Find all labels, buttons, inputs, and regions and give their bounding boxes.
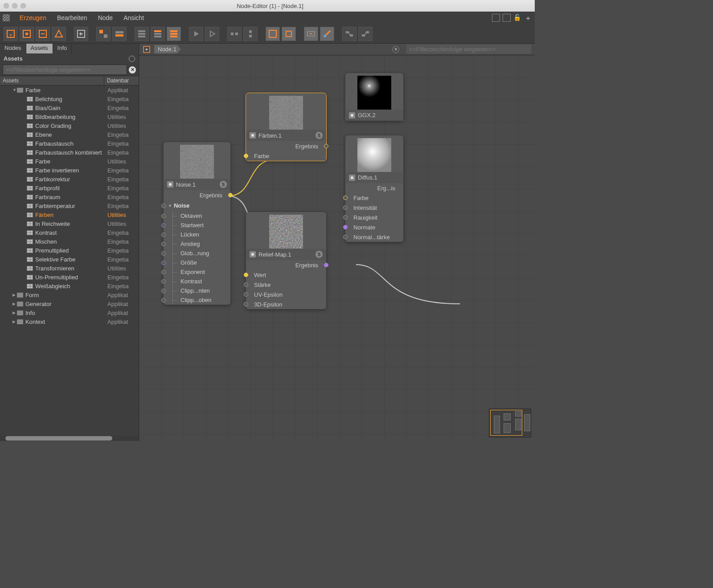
menu-node[interactable]: Node — [93, 14, 118, 21]
tool-misc-2[interactable] — [358, 27, 373, 41]
port-in-farbe[interactable] — [343, 196, 348, 200]
tree-row[interactable]: BelichtungEingeba — [0, 94, 139, 103]
tree-row[interactable]: FarbkorrekturEingeba — [0, 175, 139, 184]
port-in[interactable] — [161, 233, 166, 237]
tool-frame-2[interactable] — [282, 27, 296, 41]
port-in-farbe[interactable] — [244, 154, 248, 158]
port-in[interactable] — [161, 270, 166, 274]
col-assets[interactable]: Assets — [0, 76, 104, 85]
tool-snap-1[interactable] — [304, 27, 318, 41]
tool-new-2[interactable] — [20, 27, 34, 41]
solo-badge-icon[interactable]: S — [316, 251, 323, 258]
filter-input[interactable] — [3, 65, 127, 75]
tab-nodes[interactable]: Nodes — [0, 44, 26, 53]
clear-filter-icon[interactable]: ✕ — [129, 66, 136, 74]
tree-row[interactable]: ▼FarbeApplikat — [0, 86, 139, 94]
tool-frame-1[interactable] — [266, 27, 280, 41]
breadcrumb-node[interactable]: Node.1 — [154, 45, 181, 53]
tree-row[interactable]: MischenEingeba — [0, 237, 139, 246]
port-in-section[interactable] — [161, 204, 166, 208]
asset-tree[interactable]: ▼FarbeApplikatBelichtungEingebaBias/Gain… — [0, 86, 139, 436]
port-in-rauh[interactable] — [343, 215, 348, 220]
tree-row[interactable]: TransformierenUtilities — [0, 264, 139, 273]
tree-row[interactable]: Color GradingUtilities — [0, 121, 139, 130]
tree-row[interactable]: Un-PremultipliedEingeba — [0, 273, 139, 282]
menu-ansicht[interactable]: Ansicht — [118, 14, 149, 21]
add-icon[interactable]: ＋ — [524, 14, 532, 22]
tree-row[interactable]: Farbaustausch kombiniertEingeba — [0, 148, 139, 157]
tree-row[interactable]: WeißabgleichEingeba — [0, 282, 139, 290]
node-viewport[interactable]: Noise.1 S Ergebnis ▼Noise OktavenStartwe… — [139, 55, 535, 441]
port-in[interactable] — [161, 242, 166, 246]
port-in-normstaerke[interactable] — [343, 235, 348, 239]
close-dot[interactable] — [4, 3, 9, 8]
tree-row[interactable]: FarbeUtilities — [0, 157, 139, 166]
solo-badge-icon[interactable]: S — [316, 132, 323, 139]
canvas-filter-input[interactable] — [406, 45, 531, 54]
tree-row[interactable]: Selektive FarbeEingeba — [0, 255, 139, 264]
tool-snap-2[interactable] — [320, 27, 334, 41]
tree-row[interactable]: ▶FormApplikat — [0, 290, 139, 299]
port-out[interactable] — [324, 144, 328, 148]
layout-icon-2[interactable] — [503, 14, 511, 22]
port-out[interactable] — [324, 263, 328, 267]
tool-new-3[interactable] — [36, 27, 50, 41]
port-in[interactable] — [161, 214, 166, 218]
tab-assets[interactable]: Assets — [26, 44, 53, 53]
tree-row[interactable]: FarbprofilEingeba — [0, 184, 139, 192]
port-in[interactable] — [161, 279, 166, 284]
breadcrumb-root-icon[interactable] — [143, 45, 151, 53]
port-in[interactable] — [161, 261, 166, 265]
port-in-intens[interactable] — [343, 205, 348, 210]
tree-row[interactable]: ▶KontextApplikat — [0, 317, 139, 326]
tree-row[interactable]: In ReichweiteUtilities — [0, 219, 139, 228]
port-in[interactable] — [161, 289, 166, 293]
tool-group-2[interactable] — [112, 27, 127, 41]
tree-row[interactable]: ▶GeneratorApplikat — [0, 299, 139, 308]
tree-row[interactable]: FarbtemperaturEingeba — [0, 201, 139, 210]
tree-row[interactable]: EbeneEingeba — [0, 130, 139, 139]
tree-row[interactable]: PremultipliedEingeba — [0, 246, 139, 255]
clear-breadcrumb-icon[interactable]: ✕ — [392, 46, 399, 53]
tree-row[interactable]: KontrastEingeba — [0, 228, 139, 237]
tree-row[interactable]: BildbearbeitungUtilities — [0, 112, 139, 121]
port-in-staerke[interactable] — [244, 282, 248, 287]
tool-new-1[interactable]: + — [4, 27, 18, 41]
tool-import[interactable] — [74, 27, 88, 41]
solo-badge-icon[interactable]: S — [220, 181, 227, 188]
tool-play-1[interactable] — [189, 27, 203, 41]
node-noise[interactable]: Noise.1 S Ergebnis ▼Noise OktavenStartwe… — [164, 142, 230, 305]
node-relief[interactable]: Relief-Map.1 S Ergebnis Wert Stärke UV-E… — [246, 212, 326, 309]
tree-row[interactable]: Bias/GainEingeba — [0, 103, 139, 112]
layout-icon-1[interactable] — [492, 14, 500, 22]
port-in[interactable] — [161, 251, 166, 256]
tab-info[interactable]: Info — [53, 44, 72, 53]
h-scrollbar[interactable] — [0, 436, 139, 441]
port-in[interactable] — [161, 298, 166, 302]
port-in[interactable] — [161, 223, 166, 228]
tool-align-2[interactable] — [243, 27, 258, 41]
tool-align-1[interactable] — [227, 27, 242, 41]
tool-new-4[interactable] — [52, 27, 66, 41]
port-out[interactable] — [228, 193, 233, 197]
menu-erzeugen[interactable]: Erzeugen — [14, 14, 52, 21]
node-ggx[interactable]: GGX.2 — [345, 73, 403, 121]
zoom-dot[interactable] — [20, 3, 26, 8]
menu-bearbeiten[interactable]: Bearbeiten — [52, 14, 93, 21]
tool-group-1[interactable] — [96, 27, 111, 41]
tree-row[interactable]: FarbraumEingeba — [0, 192, 139, 201]
tree-row[interactable]: FarbaustauschEingeba — [0, 139, 139, 148]
port-in-3d[interactable] — [244, 302, 248, 306]
tool-layout-2[interactable] — [151, 27, 165, 41]
node-diffus[interactable]: Diffus.1 Erg...is Farbe Intensität Rauig… — [345, 135, 403, 242]
search-icon[interactable] — [129, 56, 135, 62]
tool-misc-1[interactable] — [342, 27, 356, 41]
minimap[interactable] — [489, 408, 531, 437]
node-faerben[interactable]: Färben.1 S Ergebnis Farbe — [246, 93, 326, 161]
col-database[interactable]: Datenbar — [104, 76, 139, 85]
port-in-normale[interactable] — [343, 225, 348, 229]
tool-layout-1[interactable] — [135, 27, 149, 41]
tool-play-2[interactable] — [205, 27, 219, 41]
tree-row[interactable]: ▶InfoApplikat — [0, 308, 139, 317]
lock-icon[interactable]: 🔓 — [513, 14, 521, 22]
